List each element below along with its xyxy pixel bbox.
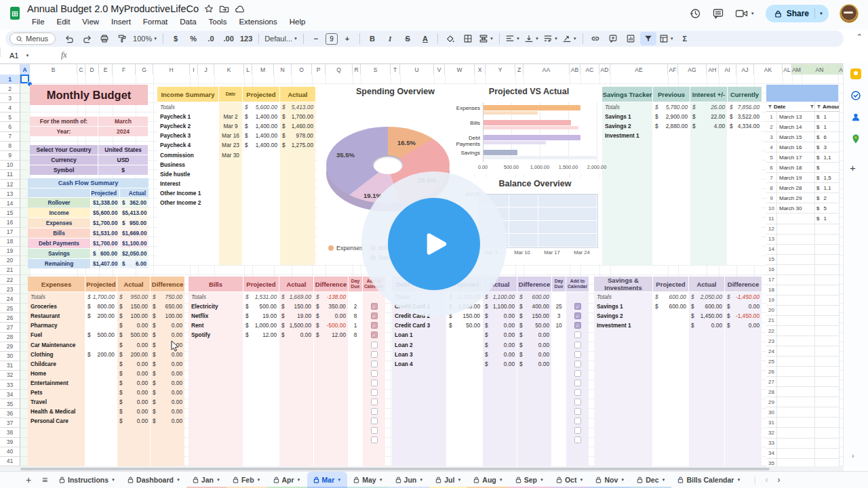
column-header-AB[interactable]: AB [570, 64, 580, 75]
row-header-10[interactable]: 10 [0, 161, 20, 170]
column-header[interactable]: Projected [653, 277, 688, 291]
merge-cells-button[interactable]: ▼ [477, 32, 495, 45]
table-row[interactable]: Income$5,600.00$5,413.00 [28, 208, 149, 218]
row-header-29[interactable]: 29 [0, 342, 20, 352]
decrease-font-button[interactable]: − [308, 32, 324, 45]
row-header-38[interactable]: 38 [0, 428, 20, 437]
tasks-icon[interactable] [850, 90, 861, 101]
font-select[interactable]: Defaul...▼ [263, 32, 299, 45]
row-header-2[interactable]: 2 [0, 84, 20, 94]
format-currency-button[interactable]: $ [167, 32, 184, 45]
calendar-checkbox[interactable]: ✓ [371, 331, 378, 338]
row-header-16[interactable]: 16 [0, 218, 20, 227]
table-row[interactable]: Savings 2$1,450.00$-1,450.00 [594, 311, 762, 321]
menu-format[interactable]: Format [138, 16, 172, 27]
column-header-AA[interactable]: AA [524, 64, 570, 75]
table-row[interactable]: Loan 4$0.00$0.00 [392, 359, 589, 369]
insert-link-button[interactable] [587, 32, 604, 45]
table-row[interactable]: Health & Medical$0.00$0.00 [28, 407, 184, 416]
calendar-checkbox[interactable]: ✓ [371, 312, 378, 319]
table-row[interactable]: Credit Card 3$50.00$0.00$50.0010✓ [392, 321, 589, 330]
row-header-5[interactable]: 5 [0, 113, 20, 122]
table-row[interactable]: Loan 2$0.00$0.00 [392, 340, 589, 349]
column-header-T[interactable]: T [391, 64, 400, 75]
menu-extensions[interactable]: Extensions [234, 16, 281, 27]
row-header-27[interactable]: 27 [0, 323, 20, 332]
tab-menu-icon[interactable]: ▼ [579, 478, 583, 482]
column-header[interactable]: Difference [725, 277, 762, 291]
row-header-36[interactable]: 36 [0, 409, 20, 418]
row-header-4[interactable]: 4 [0, 103, 20, 113]
scrollbar-thumb[interactable] [20, 468, 770, 470]
table-row[interactable]: Groceries$800.00$150.00$650.00 [28, 302, 184, 311]
expenses-table[interactable]: ExpensesProjectedActualDifferenceTotals$… [28, 277, 184, 466]
column-header-AH[interactable]: AH [707, 64, 719, 75]
table-row[interactable]: Fuel$500.00$500.00$0.00 [28, 330, 184, 340]
table-row[interactable]: Loan 1$0.00$0.00 [392, 330, 589, 340]
table-row[interactable]: 13 [766, 235, 840, 245]
tab-menu-icon[interactable]: ▼ [620, 478, 625, 482]
table-row[interactable]: Savings$600.00$2,050.00 [28, 249, 149, 258]
tab-apr[interactable]: Apr▼ [267, 472, 307, 488]
table-row[interactable] [189, 416, 385, 426]
row-header-23[interactable]: 23 [0, 285, 20, 294]
version-history-icon[interactable] [689, 7, 701, 20]
column-header[interactable]: Expenses [28, 277, 85, 291]
tab-dashboard[interactable]: Dashboard▼ [121, 472, 186, 488]
table-row[interactable]: 24 [766, 346, 840, 357]
table-row[interactable]: 34 [766, 449, 840, 459]
row-header-8[interactable]: 8 [0, 142, 20, 151]
table-row[interactable]: Travel$0.00$0.00 [28, 397, 184, 407]
table-row[interactable]: Entertainment$0.00$0.00 [28, 378, 184, 388]
table-row[interactable] [392, 407, 589, 416]
tab-menu-icon[interactable]: ▼ [457, 478, 461, 482]
table-row[interactable]: Savings 1$2,900.00$22.00$3,522.00 [602, 112, 762, 121]
month-label[interactable]: For the month of: [30, 117, 98, 126]
calendar-checkbox[interactable] [574, 370, 581, 377]
tab-feb[interactable]: Feb▼ [226, 472, 267, 488]
savings-tracker-table[interactable]: Savings TrackerPreviousInterest +/-Curre… [602, 87, 762, 265]
table-row[interactable]: Totals$1,700.00$950.00$750.00 [28, 292, 184, 302]
cloud-status-icon[interactable] [235, 4, 245, 14]
table-row[interactable]: Spotify$12.00$0.00$12.008✓ [189, 330, 385, 340]
table-row[interactable]: 21 [766, 316, 840, 326]
calendar-checkbox[interactable]: ✓ [574, 312, 581, 319]
table-row[interactable]: 6March 18$ [766, 163, 840, 173]
table-row[interactable]: Savings 2$2,880.00$4.00$4,334.00 [602, 121, 762, 131]
row-header-17[interactable]: 17 [0, 228, 20, 237]
year-value[interactable]: 2024 [98, 127, 148, 136]
column-header-Y[interactable]: Y [486, 64, 515, 75]
row-header-21[interactable]: 21 [0, 266, 20, 275]
row-header-14[interactable]: 14 [0, 199, 20, 208]
row-header-24[interactable]: 24 [0, 294, 20, 304]
bills-table[interactable]: BillsProjectedActualDifferenceDay DueAdd… [189, 277, 385, 466]
text-rotation-button[interactable]: ▼ [561, 32, 578, 45]
table-row[interactable]: Investment 1$0.00$0.00 [594, 321, 762, 330]
table-row[interactable]: 31 [766, 418, 840, 428]
column-header-AG[interactable]: AG [678, 64, 707, 75]
calendar-checkbox[interactable] [574, 389, 581, 396]
table-row[interactable]: 33 [766, 439, 840, 449]
column-header-K[interactable]: K [214, 64, 244, 75]
column-header[interactable]: Savings & Investments [594, 277, 652, 291]
table-row[interactable]: 10March 30$5 [766, 203, 840, 214]
meet-icon[interactable]: ▼ [735, 8, 755, 19]
tab-jan[interactable]: Jan▼ [186, 472, 226, 488]
table-row[interactable] [189, 378, 385, 388]
tab-menu-icon[interactable]: ▼ [661, 478, 665, 482]
table-row[interactable]: Totals$600.00$2,050.00$-1,450.00 [594, 292, 762, 302]
table-row[interactable]: Investment 1 [602, 131, 762, 140]
date-amount-table[interactable]: DateAmount1March 13$12March 14$13March 1… [766, 102, 840, 466]
sheets-logo-icon[interactable] [8, 5, 22, 23]
table-row[interactable]: Totals$1,531.00$1,669.00$-138.00 [189, 292, 385, 302]
table-row[interactable]: Bills$1,531.00$1,669.00 [28, 228, 149, 238]
toolbar-collapse-icon[interactable]: ⌃ [856, 33, 863, 41]
column-header-AM[interactable]: AM [792, 64, 802, 75]
table-row[interactable]: Other Income 2 [157, 198, 315, 207]
table-row[interactable]: 20 [766, 306, 840, 316]
bold-button[interactable]: B [364, 32, 380, 45]
table-row[interactable]: Paycheck 1Mar 2$1,400.00$1,700.00 [157, 112, 315, 121]
tab-menu-icon[interactable]: ▼ [176, 478, 180, 482]
table-row[interactable]: Remaining$1,407.00$6.00 [28, 259, 149, 268]
column-header-Q[interactable]: Q [326, 64, 353, 75]
